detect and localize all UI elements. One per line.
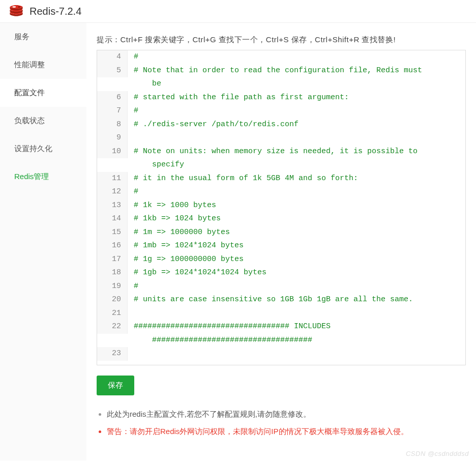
page-title: Redis-7.2.4 xyxy=(29,6,81,17)
code-line[interactable]: 20# units are case insensitive so 1GB 1G… xyxy=(97,293,465,307)
code-line[interactable]: 21 xyxy=(97,307,465,321)
line-number: 18 xyxy=(97,266,128,280)
code-line[interactable]: 6# started with the file path as first a… xyxy=(97,91,465,105)
code-line[interactable]: 17# 1g => 1000000000 bytes xyxy=(97,253,465,267)
code-text[interactable]: # 1gb => 1024*1024*1024 bytes xyxy=(128,266,465,280)
code-text[interactable]: # Note that in order to read the configu… xyxy=(128,64,465,78)
line-number: 19 xyxy=(97,280,128,294)
sidebar-item-persistence[interactable]: 设置持久化 xyxy=(0,135,86,163)
code-text[interactable]: # 1g => 1000000000 bytes xyxy=(128,253,465,267)
code-line[interactable]: 15# 1m => 1000000 bytes xyxy=(97,226,465,240)
code-text[interactable]: # 1k => 1000 bytes xyxy=(128,199,465,213)
sidebar-item-performance[interactable]: 性能调整 xyxy=(0,51,86,79)
code-text[interactable]: specify xyxy=(128,158,465,172)
code-line-wrap[interactable]: be xyxy=(97,77,465,91)
code-text[interactable]: # ./redis-server /path/to/redis.conf xyxy=(128,118,465,132)
code-line[interactable]: 14# 1kb => 1024 bytes xyxy=(97,212,465,226)
note-warning-item: 警告：请勿开启Redis外网访问权限，未限制访问IP的情况下极大概率导致服务器被… xyxy=(107,423,466,440)
line-number: 5 xyxy=(97,64,128,78)
code-text[interactable]: ################################### xyxy=(128,334,465,348)
code-line[interactable]: 19# xyxy=(97,280,465,294)
line-number: 23 xyxy=(97,347,128,361)
sidebar-item-redis-manage[interactable]: Redis管理 xyxy=(0,163,86,191)
sidebar: 服务 性能调整 配置文件 负载状态 设置持久化 Redis管理 xyxy=(0,23,86,460)
code-text[interactable]: # units are case insensitive so 1GB 1Gb … xyxy=(128,293,465,307)
line-number: 6 xyxy=(97,91,128,105)
line-number: 16 xyxy=(97,239,128,253)
line-number: 9 xyxy=(97,131,128,145)
line-number: 21 xyxy=(97,307,128,321)
line-number: 14 xyxy=(97,212,128,226)
line-number: 15 xyxy=(97,226,128,240)
code-line-wrap[interactable]: ################################### xyxy=(97,334,465,348)
code-text[interactable]: # 1kb => 1024 bytes xyxy=(128,212,465,226)
line-number: 8 xyxy=(97,118,128,132)
line-number: 11 xyxy=(97,172,128,186)
note-item: 此处为redis主配置文件,若您不了解配置规则,请勿随意修改。 xyxy=(107,406,466,423)
code-line[interactable]: 4# xyxy=(97,50,465,64)
code-line[interactable]: 13# 1k => 1000 bytes xyxy=(97,199,465,213)
code-text[interactable]: # xyxy=(128,280,465,294)
code-line[interactable]: 22################################## INC… xyxy=(97,320,465,334)
code-text[interactable]: # it in the usual form of 1k 5GB 4M and … xyxy=(128,172,465,186)
code-line[interactable]: 12# xyxy=(97,185,465,199)
code-text[interactable]: # Note on units: when memory size is nee… xyxy=(128,145,465,159)
redis-icon xyxy=(9,5,23,17)
code-text[interactable]: # 1m => 1000000 bytes xyxy=(128,226,465,240)
code-line[interactable]: 7# xyxy=(97,104,465,118)
sidebar-item-service[interactable]: 服务 xyxy=(0,23,86,51)
sidebar-item-load[interactable]: 负载状态 xyxy=(0,107,86,135)
code-text[interactable]: # started with the file path as first ar… xyxy=(128,91,465,105)
line-number: 10 xyxy=(97,145,128,159)
line-number: 17 xyxy=(97,253,128,267)
main-panel: 提示：Ctrl+F 搜索关键字，Ctrl+G 查找下一个，Ctrl+S 保存，C… xyxy=(86,23,476,460)
code-line[interactable]: 11# it in the usual form of 1k 5GB 4M an… xyxy=(97,172,465,186)
header: Redis-7.2.4 xyxy=(0,0,476,23)
code-text[interactable]: # xyxy=(128,104,465,118)
line-number: 12 xyxy=(97,185,128,199)
code-line[interactable]: 18# 1gb => 1024*1024*1024 bytes xyxy=(97,266,465,280)
code-line[interactable]: 10# Note on units: when memory size is n… xyxy=(97,145,465,159)
code-text[interactable]: ################################## INCLU… xyxy=(128,320,465,334)
code-line[interactable]: 16# 1mb => 1024*1024 bytes xyxy=(97,239,465,253)
code-text[interactable]: # xyxy=(128,50,465,64)
code-line[interactable]: 5# Note that in order to read the config… xyxy=(97,64,465,78)
save-button[interactable]: 保存 xyxy=(97,376,134,395)
line-number: 13 xyxy=(97,199,128,213)
code-text[interactable]: be xyxy=(128,77,465,91)
line-number: 7 xyxy=(97,104,128,118)
code-text[interactable]: # xyxy=(128,185,465,199)
line-number: 20 xyxy=(97,293,128,307)
code-line-wrap[interactable]: specify xyxy=(97,158,465,172)
svg-point-0 xyxy=(12,6,16,8)
code-line[interactable]: 23 xyxy=(97,347,465,361)
line-number: 22 xyxy=(97,320,128,334)
line-number: 4 xyxy=(97,50,128,64)
code-line[interactable]: 8# ./redis-server /path/to/redis.conf xyxy=(97,118,465,132)
code-line[interactable]: 9 xyxy=(97,131,465,145)
sidebar-item-config[interactable]: 配置文件 xyxy=(0,79,86,107)
code-text[interactable]: # 1mb => 1024*1024 bytes xyxy=(128,239,465,253)
code-editor[interactable]: 4#5# Note that in order to read the conf… xyxy=(97,50,466,365)
tip-text: 提示：Ctrl+F 搜索关键字，Ctrl+G 查找下一个，Ctrl+S 保存，C… xyxy=(97,35,466,45)
notes-list: 此处为redis主配置文件,若您不了解配置规则,请勿随意修改。 警告：请勿开启R… xyxy=(97,406,466,440)
